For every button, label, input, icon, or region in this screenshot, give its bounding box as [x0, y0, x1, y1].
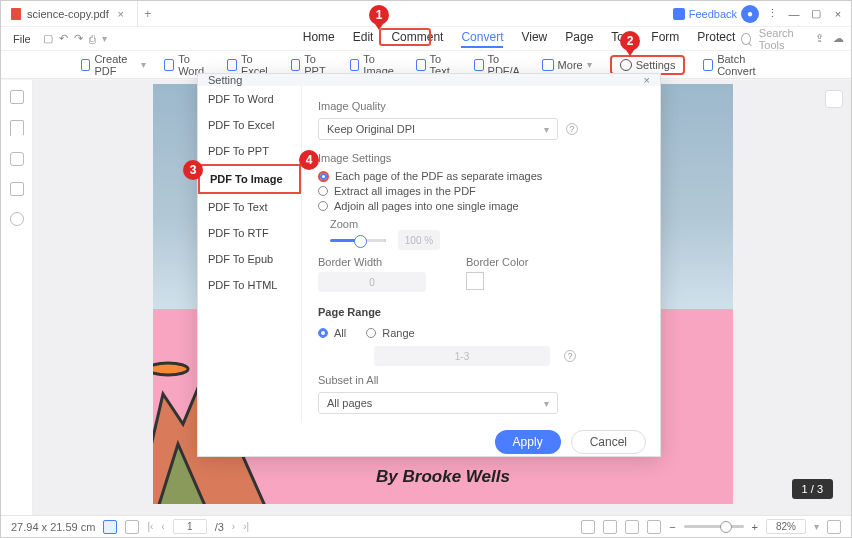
- menu-view[interactable]: View: [521, 30, 547, 48]
- menu-form[interactable]: Form: [651, 30, 679, 48]
- radio-icon: [318, 186, 328, 196]
- new-tab-button[interactable]: +: [138, 7, 158, 21]
- zoom-out-icon[interactable]: −: [669, 521, 675, 533]
- batch-icon: [703, 59, 713, 71]
- image-quality-dropdown[interactable]: Keep Original DPI ▾: [318, 118, 558, 140]
- feedback-icon: [673, 8, 685, 20]
- range-custom[interactable]: Range: [366, 327, 414, 339]
- document-tab[interactable]: science-copy.pdf ×: [1, 1, 138, 26]
- fit-page-icon[interactable]: [581, 520, 595, 534]
- zoom-value[interactable]: 82%: [766, 519, 806, 534]
- ppt-icon: [291, 59, 301, 71]
- undo-icon[interactable]: ↶: [59, 32, 68, 46]
- pdfa-icon: [474, 59, 484, 71]
- qat-dropdown-icon[interactable]: ▾: [102, 32, 107, 46]
- more-button[interactable]: More▾: [542, 59, 592, 71]
- print-icon[interactable]: ⎙: [89, 32, 96, 46]
- zoom-slider[interactable]: [330, 239, 386, 242]
- image-settings-heading: Image Settings: [318, 152, 644, 164]
- range-input[interactable]: 1-3: [374, 346, 550, 366]
- help-icon[interactable]: ?: [564, 350, 576, 362]
- share-icon[interactable]: ⇪: [814, 32, 824, 46]
- status-bar: 27.94 x 21.59 cm |‹ ‹ 1 /3 › ›| − + 82% …: [1, 515, 851, 537]
- next-page-icon[interactable]: ›: [232, 521, 235, 532]
- save-icon[interactable]: ▢: [43, 32, 53, 46]
- minimize-button[interactable]: —: [785, 7, 803, 21]
- side-pdf-to-html[interactable]: PDF To HTML: [198, 272, 301, 298]
- main-menu: Home Edit Comment Convert View Page Tool…: [303, 30, 736, 48]
- batch-convert-button[interactable]: Batch Convert: [703, 53, 771, 77]
- option-adjoin-pages[interactable]: Adjoin all pages into one single image: [318, 200, 644, 212]
- side-pdf-to-text[interactable]: PDF To Text: [198, 194, 301, 220]
- page-thumbnails-toggle[interactable]: [825, 90, 843, 108]
- zoom-value-box[interactable]: 100 %: [398, 230, 440, 250]
- left-sidebar: [1, 80, 33, 515]
- create-pdf-button[interactable]: Create PDF▾: [81, 53, 146, 77]
- dialog-sidebar: PDF To Word PDF To Excel PDF To PPT PDF …: [198, 86, 302, 422]
- feedback-link[interactable]: Feedback: [673, 8, 737, 20]
- image-quality-value: Keep Original DPI: [327, 123, 415, 135]
- text-icon: [416, 59, 426, 71]
- callout-2: 2: [620, 31, 640, 51]
- kebab-menu-icon[interactable]: ⋮: [763, 7, 781, 21]
- subset-value: All pages: [327, 397, 372, 409]
- continuous-icon[interactable]: [647, 520, 661, 534]
- menu-comment[interactable]: Comment: [391, 30, 443, 48]
- menu-protect[interactable]: Protect: [697, 30, 735, 48]
- maximize-button[interactable]: ▢: [807, 7, 825, 21]
- pdf-icon: [11, 8, 21, 20]
- bookmark-icon[interactable]: [10, 120, 24, 136]
- menu-home[interactable]: Home: [303, 30, 335, 48]
- side-pdf-to-rtf[interactable]: PDF To RTF: [198, 220, 301, 246]
- svg-point-0: [153, 363, 188, 375]
- prev-page-icon[interactable]: ‹: [161, 521, 164, 532]
- comments-icon[interactable]: [10, 152, 24, 166]
- border-width-input[interactable]: 0: [318, 272, 426, 292]
- single-page-icon[interactable]: [625, 520, 639, 534]
- page-number-input[interactable]: 1: [173, 519, 207, 534]
- dialog-close-icon[interactable]: ×: [644, 74, 650, 86]
- border-color-swatch[interactable]: [466, 272, 484, 290]
- help-icon[interactable]: ?: [566, 123, 578, 135]
- select-tool-icon[interactable]: [125, 520, 139, 534]
- attachments-icon[interactable]: [10, 182, 24, 196]
- apply-button[interactable]: Apply: [495, 430, 561, 454]
- close-tab-icon[interactable]: ×: [115, 8, 127, 20]
- user-avatar[interactable]: ●: [741, 5, 759, 23]
- zoom-in-icon[interactable]: +: [752, 521, 758, 533]
- option-extract-images[interactable]: Extract all images in the PDF: [318, 185, 644, 197]
- fit-width-icon[interactable]: [603, 520, 617, 534]
- fullscreen-icon[interactable]: [827, 520, 841, 534]
- last-page-icon[interactable]: ›|: [243, 521, 249, 532]
- menu-convert[interactable]: Convert: [461, 30, 503, 48]
- range-label: Range: [382, 327, 414, 339]
- settings-button[interactable]: Settings: [610, 55, 686, 75]
- search-placeholder[interactable]: Search Tools: [759, 27, 806, 51]
- zoom-dropdown-icon[interactable]: ▾: [814, 521, 819, 532]
- chevron-down-icon: ▾: [544, 124, 549, 135]
- zoom-slider[interactable]: [684, 525, 744, 528]
- side-pdf-to-epub[interactable]: PDF To Epub: [198, 246, 301, 272]
- hand-tool-icon[interactable]: [103, 520, 117, 534]
- cloud-icon[interactable]: ☁: [833, 32, 844, 46]
- page-total: /3: [215, 521, 224, 533]
- border-width-heading: Border Width: [318, 256, 426, 268]
- redo-icon[interactable]: ↷: [74, 32, 83, 46]
- thumbnails-icon[interactable]: [10, 90, 24, 104]
- side-pdf-to-image[interactable]: PDF To Image: [198, 164, 301, 194]
- subset-dropdown[interactable]: All pages ▾: [318, 392, 558, 414]
- side-pdf-to-word[interactable]: PDF To Word: [198, 86, 301, 112]
- menu-page[interactable]: Page: [565, 30, 593, 48]
- file-menu[interactable]: File: [7, 33, 37, 45]
- search-panel-icon[interactable]: [10, 212, 24, 226]
- range-all[interactable]: All: [318, 327, 346, 339]
- close-window-button[interactable]: ×: [829, 7, 847, 21]
- menu-edit[interactable]: Edit: [353, 30, 374, 48]
- cancel-button[interactable]: Cancel: [571, 430, 646, 454]
- radio-icon: [318, 171, 329, 182]
- excel-icon: [227, 59, 237, 71]
- option-separate-images[interactable]: Each page of the PDF as separate images: [318, 170, 644, 182]
- side-pdf-to-ppt[interactable]: PDF To PPT: [198, 138, 301, 164]
- side-pdf-to-excel[interactable]: PDF To Excel: [198, 112, 301, 138]
- first-page-icon[interactable]: |‹: [147, 521, 153, 532]
